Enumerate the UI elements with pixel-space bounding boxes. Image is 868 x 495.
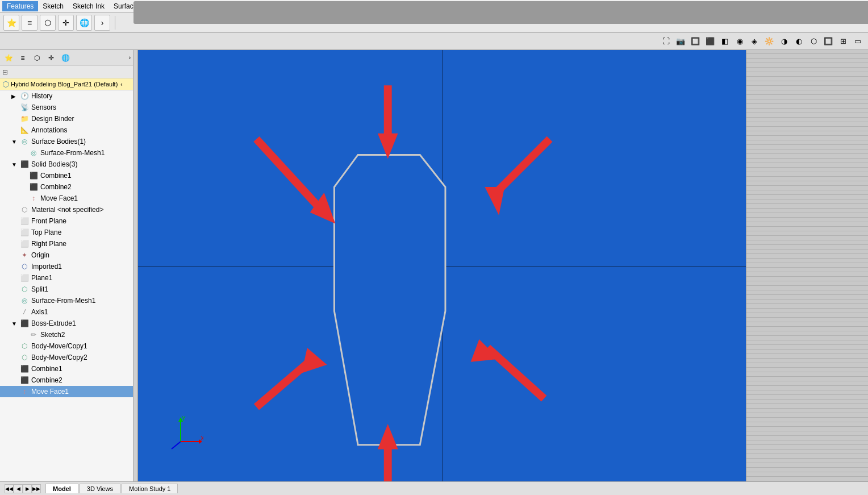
arrow-top-left <box>256 139 335 224</box>
tree-item-surface-bodies[interactable]: ▼ ◎ Surface Bodies(1) <box>0 136 133 147</box>
tree-arrow-boss-extrude1[interactable]: ▼ <box>11 321 19 327</box>
tree-item-body-move-copy2[interactable]: ▶ ⬡ Body-Move/Copy2 <box>0 352 133 363</box>
arrow-bottom-left <box>256 348 327 407</box>
sidebar-tool-4[interactable]: ✛ <box>45 52 57 64</box>
tree-item-body-move-copy1[interactable]: ▶ ⬡ Body-Move/Copy1 <box>0 340 133 352</box>
top-plane-label: Top Plane <box>31 228 61 236</box>
tree-item-imported1[interactable]: ▶ ⬡ Imported1 <box>0 261 133 272</box>
arrow-top-right <box>485 139 549 215</box>
toolbar-more-btn[interactable]: › <box>94 15 110 31</box>
plane1-icon: ⬜ <box>19 273 30 282</box>
nav-next-btn[interactable]: ▶ <box>23 484 32 493</box>
annotations-icon: 📐 <box>19 126 30 135</box>
svg-marker-7 <box>485 187 504 215</box>
tree-root-chevron: ‹ <box>120 81 122 88</box>
combine1-body-label: Combine1 <box>40 172 72 180</box>
sidebar-tool-3[interactable]: ⬡ <box>31 52 43 64</box>
sidebar-tool-2[interactable]: ≡ <box>16 52 29 64</box>
tree-arrow-history[interactable]: ▶ <box>11 93 19 99</box>
toolbar-new-btn[interactable]: ⭐ <box>3 15 19 31</box>
tree-item-design-binder[interactable]: ▶ 📁 Design Binder <box>0 113 133 124</box>
viewport[interactable]: Y X <box>138 50 746 481</box>
view-shadows-btn[interactable]: ◑ <box>777 35 791 48</box>
viewport-svg <box>138 50 746 481</box>
tree-item-sensors[interactable]: ▶ 📡 Sensors <box>0 102 133 113</box>
front-plane-icon: ⬜ <box>19 217 30 226</box>
tab-motion-study-1[interactable]: Motion Study 1 <box>122 484 178 493</box>
tree-item-boss-extrude1[interactable]: ▼ ⬛ Boss-Extrude1 <box>0 318 133 329</box>
status-bar: ◀◀ ◀ ▶ ▶▶ Model 3D Views Motion Study 1 <box>0 481 868 495</box>
filter-bar: ⊟ <box>0 66 133 78</box>
toolbar-sep <box>115 16 115 30</box>
tree-item-annotations[interactable]: ▶ 📐 Annotations <box>0 124 133 136</box>
tree-item-move-face1[interactable]: ▶ ↕ Move Face1 <box>0 386 133 397</box>
view-appearance-btn[interactable]: ◉ <box>733 35 746 48</box>
view-panel-btn[interactable]: ▭ <box>851 35 865 48</box>
tree-item-combine1-body[interactable]: ▶ ⬛ Combine1 <box>0 170 133 181</box>
view-display-btn[interactable]: 🔲 <box>688 35 702 48</box>
right-plane-label: Right Plane <box>31 240 66 248</box>
tab-3d-views[interactable]: 3D Views <box>80 484 120 493</box>
tree-arrow-solid-bodies[interactable]: ▼ <box>11 161 19 168</box>
toolbar-sphere-btn[interactable]: 🌐 <box>76 15 92 31</box>
combine1-label: Combine1 <box>31 365 62 373</box>
view-cart-btn[interactable]: 🔲 <box>821 35 835 48</box>
tree-root[interactable]: ⬡ Hybrid Modeling Blog_Part21 (Default) … <box>0 78 133 90</box>
nav-prev-btn[interactable]: ◀ <box>14 484 23 493</box>
move-face1-body-label: Move Face1 <box>40 194 78 202</box>
tree-item-material[interactable]: ▶ ⬡ Material <not specified> <box>0 204 133 215</box>
tree-item-front-plane[interactable]: ▶ ⬜ Front Plane <box>0 215 133 227</box>
move-face1-icon: ↕ <box>19 387 30 396</box>
tree-item-plane1[interactable]: ▶ ⬜ Plane1 <box>0 272 133 284</box>
top-plane-icon: ⬜ <box>19 228 30 237</box>
tree-item-axis1[interactable]: ▶ / Axis1 <box>0 306 133 318</box>
filter-icon: ⊟ <box>2 68 8 76</box>
sidebar-scrollbar[interactable] <box>133 50 138 481</box>
toolbar-cross-btn[interactable]: ✛ <box>58 15 74 31</box>
tree-item-surface-from-mesh1[interactable]: ▶ ◎ Surface-From-Mesh1 <box>0 147 133 159</box>
tree-item-combine1[interactable]: ▶ ⬛ Combine1 <box>0 363 133 375</box>
tree-item-right-plane[interactable]: ▶ ⬜ Right Plane <box>0 238 133 249</box>
surface-bodies-label: Surface Bodies(1) <box>31 138 86 145</box>
nav-first-btn[interactable]: ◀◀ <box>5 484 14 493</box>
sidebar-tool-1[interactable]: ⭐ <box>2 52 15 64</box>
menu-sketch[interactable]: Sketch <box>38 1 68 11</box>
tree-item-combine2-body[interactable]: ▶ ⬛ Combine2 <box>0 181 133 193</box>
tree-arrow-surface-bodies[interactable]: ▼ <box>11 139 19 145</box>
tree-item-solid-bodies[interactable]: ▼ ⬛ Solid Bodies(3) <box>0 159 133 170</box>
view-section-btn[interactable]: ⬛ <box>703 35 717 48</box>
view-persp-btn[interactable]: ⬡ <box>807 35 820 48</box>
imported1-label: Imported1 <box>31 263 62 271</box>
right-panel <box>746 50 868 481</box>
move-face1-body-icon: ↕ <box>28 194 39 203</box>
tree-item-top-plane[interactable]: ▶ ⬜ Top Plane <box>0 227 133 238</box>
scroll-thumb[interactable] <box>133 1 868 24</box>
view-camera-btn[interactable]: 📷 <box>674 35 687 48</box>
toolbar-hex-btn[interactable]: ⬡ <box>40 15 56 31</box>
origin-icon: ✦ <box>19 251 30 260</box>
tree-item-move-face1-body[interactable]: ▶ ↕ Move Face1 <box>0 193 133 204</box>
view-orientation-btn[interactable]: ⛶ <box>659 35 673 48</box>
sidebar-tool-5[interactable]: 🌐 <box>59 52 72 64</box>
solid-bodies-label: Solid Bodies(3) <box>31 160 77 168</box>
view-amb-occl-btn[interactable]: ◐ <box>792 35 806 48</box>
view-scene-btn[interactable]: ◈ <box>748 35 761 48</box>
tab-model[interactable]: Model <box>45 484 78 493</box>
toolbar-list-btn[interactable]: ≡ <box>22 15 37 31</box>
view-extra-btn[interactable]: ⊞ <box>836 35 850 48</box>
tree-item-origin[interactable]: ▶ ✦ Origin <box>0 249 133 261</box>
tree-item-split1[interactable]: ▶ ⬡ Split1 <box>0 284 133 295</box>
view-hide-btn[interactable]: ◧ <box>718 35 732 48</box>
tree-item-combine2[interactable]: ▶ ⬛ Combine2 <box>0 375 133 386</box>
tree-item-history[interactable]: ▶ 🕐 History <box>0 90 133 102</box>
tree-root-label: Hybrid Modeling Blog_Part21 (Default) <box>11 81 118 88</box>
sidebar-chevron[interactable]: › <box>129 55 131 61</box>
split1-icon: ⬡ <box>19 285 30 294</box>
tree-item-sketch2[interactable]: ▶ ✏ Sketch2 <box>0 329 133 340</box>
menu-features[interactable]: Features <box>2 1 38 11</box>
menu-sketch-ink[interactable]: Sketch Ink <box>68 1 109 11</box>
view-realview-btn[interactable]: 🔆 <box>762 35 776 48</box>
nav-last-btn[interactable]: ▶▶ <box>32 484 41 493</box>
history-label: History <box>31 92 52 100</box>
tree-item-surface-from-mesh1-tree[interactable]: ▶ ◎ Surface-From-Mesh1 <box>0 295 133 306</box>
